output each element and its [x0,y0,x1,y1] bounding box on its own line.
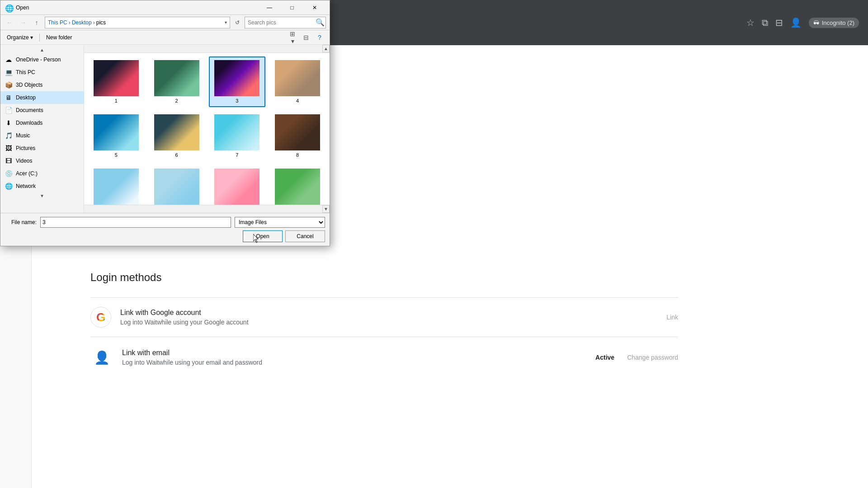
incognito-badge[interactable]: 🕶 Incognito (2) [809,18,859,28]
google-login-item: G Link with Google account Log into Wait… [90,297,678,337]
organize-button[interactable]: Organize ▾ [5,33,35,42]
file-label-6: 6 [175,152,178,158]
nav-label-documents: Documents [16,107,43,113]
thispc-icon: 💻 [4,68,13,77]
nav-item-onedrive[interactable]: ☁ OneDrive - Person [0,53,84,66]
dialog-files[interactable]: 1 2 3 4 [84,53,330,205]
search-input[interactable] [248,19,316,26]
nav-item-documents[interactable]: 📄 Documents [0,104,84,117]
search-box: 🔍 [245,17,326,28]
nav-label-network: Network [16,183,36,189]
incognito-icon: 🕶 [813,19,819,26]
maximize-button[interactable]: □ [282,3,302,13]
file-label-4: 4 [296,98,299,103]
file-label-1: 1 [115,98,118,103]
refresh-button[interactable]: ↺ [233,18,242,27]
breadcrumb-dropdown-icon[interactable]: ▾ [225,20,227,25]
file-name-input[interactable] [40,217,231,228]
preview-pane-button[interactable]: ⊟ [301,32,311,43]
breadcrumb-bar[interactable]: This PC › Desktop › pics ▾ [45,17,230,28]
file-grid: 1 2 3 4 [88,56,326,205]
file-label-7: 7 [236,152,238,158]
google-login-title: Link with Google account [120,309,666,317]
nav-item-thispc[interactable]: 💻 This PC [0,66,84,79]
file-item-11[interactable]: 11 [209,165,266,205]
accounts-icon[interactable]: 👤 [790,17,802,28]
nav-item-desktop[interactable]: 🖥 Desktop [0,91,84,104]
dialog-address-bar: ← → ↑ This PC › Desktop › pics ▾ ↺ 🔍 [0,15,330,30]
file-open-dialog: 🌐 Open — □ ✕ ← → ↑ This PC › Desktop › p… [0,0,330,246]
incognito-label: Incognito (2) [822,19,854,26]
file-item-1[interactable]: 1 [88,56,145,107]
cancel-button[interactable]: Cancel [285,230,325,242]
nav-label-3dobjects: 3D Objects [16,82,42,88]
breadcrumb-desktop[interactable]: Desktop [72,19,92,26]
email-login-item: 👤 Link with email Log into Waitwhile usi… [90,337,678,378]
file-scroll-down-btn[interactable]: ▼ [322,205,330,213]
breadcrumb-thispc[interactable]: This PC [48,19,67,26]
file-item-4[interactable]: 4 [269,56,326,107]
nav-item-network[interactable]: 🌐 Network [0,180,84,192]
toolbar-separator [39,33,40,42]
browser-actions: ☆ ⧉ ⊟ 👤 🕶 Incognito (2) [746,17,859,28]
up-button[interactable]: ↑ [31,17,42,28]
file-item-6[interactable]: 6 [148,111,205,161]
file-item-12[interactable]: 12 [269,165,326,205]
nav-label-downloads: Downloads [16,120,42,126]
google-login-desc: Log into Waitwhile using your Google acc… [120,319,666,326]
file-item-2[interactable]: 2 [148,56,205,107]
close-button[interactable]: ✕ [304,3,325,13]
open-button[interactable]: Open [243,230,283,242]
dialog-nav: ▲ ☁ OneDrive - Person 💻 This PC 📦 3D Obj… [0,45,84,213]
documents-icon: 📄 [4,106,13,115]
dialog-titlebar: 🌐 Open — □ ✕ [0,0,330,15]
change-password-link[interactable]: Change password [627,354,678,361]
network-icon: 🌐 [4,182,13,191]
file-item-3[interactable]: 3 [209,56,266,107]
downloads-icon: ⬇ [4,118,13,127]
email-login-desc: Log into Waitwhile using your email and … [122,359,595,366]
sidebar-icon[interactable]: ⊟ [775,17,783,28]
nav-item-acerc[interactable]: 💿 Acer (C:) [0,167,84,180]
back-button[interactable]: ← [4,17,15,28]
email-status-active: Active [595,354,614,361]
videos-icon: 🎞 [4,156,13,165]
file-item-7[interactable]: 7 [209,111,266,161]
bookmark-icon[interactable]: ☆ [746,17,755,28]
nav-item-downloads[interactable]: ⬇ Downloads [0,117,84,129]
file-open-dialog-overlay: 🌐 Open — □ ✕ ← → ↑ This PC › Desktop › p… [0,0,330,246]
file-type-select[interactable]: Image Files All Files [235,217,325,228]
file-scroll-up-btn[interactable]: ▲ [322,45,330,52]
forward-button[interactable]: → [18,17,28,28]
music-icon: 🎵 [4,131,13,140]
dialog-buttons: Open Cancel [5,230,325,242]
google-logo: G [90,307,111,328]
nav-label-acerc: Acer (C:) [16,170,38,177]
new-folder-button[interactable]: New folder [44,33,74,42]
extensions-icon[interactable]: ⧉ [762,18,768,28]
breadcrumb-current: pics [96,19,106,26]
google-link-action[interactable]: Link [666,314,678,321]
file-label-2: 2 [175,98,178,103]
file-item-9[interactable]: 9 [88,165,145,205]
onedrive-icon: ☁ [4,55,13,64]
file-item-10[interactable]: 10 [148,165,205,205]
file-thumb-2 [154,60,199,96]
nav-scroll-down[interactable]: ▼ [0,192,84,199]
email-login-info: Link with email Log into Waitwhile using… [122,349,595,366]
pictures-icon: 🖼 [4,144,13,153]
file-item-8[interactable]: 8 [269,111,326,161]
nav-scroll-up[interactable]: ▲ [0,47,84,53]
nav-item-pictures[interactable]: 🖼 Pictures [0,142,84,155]
nav-item-music[interactable]: 🎵 Music [0,129,84,142]
view-change-button[interactable]: ⊞ ▾ [287,32,298,43]
file-thumb-4 [275,60,320,96]
help-button[interactable]: ? [314,32,325,43]
file-thumb-10 [154,169,199,205]
nav-item-videos[interactable]: 🎞 Videos [0,155,84,167]
nav-label-desktop: Desktop [16,94,36,101]
nav-item-3dobjects[interactable]: 📦 3D Objects [0,79,84,91]
minimize-button[interactable]: — [259,3,280,13]
file-item-5[interactable]: 5 [88,111,145,161]
file-thumb-7 [214,114,259,150]
